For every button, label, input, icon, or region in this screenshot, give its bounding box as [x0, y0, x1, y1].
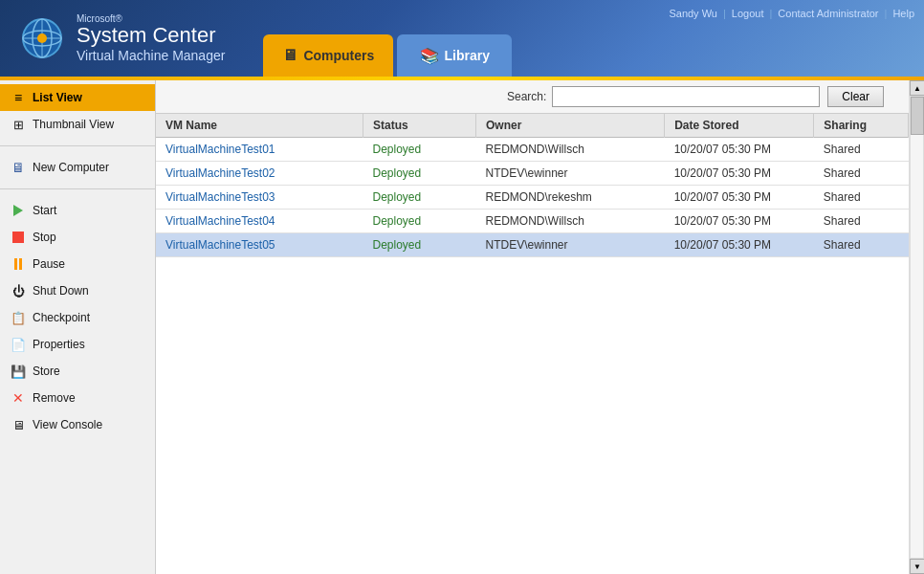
header: Microsoft® System Center Virtual Machine…	[0, 0, 924, 77]
header-title: Microsoft® System Center Virtual Machine…	[77, 13, 225, 62]
status-cell: Deployed	[363, 186, 476, 210]
tab-computers[interactable]: 🖥 Computers	[263, 34, 393, 77]
stop-icon	[10, 229, 27, 246]
computers-tab-icon: 🖥	[282, 47, 297, 64]
status-cell: Deployed	[363, 162, 476, 186]
start-label: Start	[33, 204, 56, 217]
thumbnail-view-label: Thumbnail View	[33, 118, 114, 131]
col-header-date-stored: Date Stored	[665, 114, 814, 138]
store-label: Store	[33, 364, 60, 378]
sidebar-item-pause[interactable]: Pause	[0, 251, 155, 277]
list-icon: ≡	[10, 89, 27, 106]
col-header-sharing: Sharing	[814, 114, 909, 138]
owner-cell: REDMOND\Willsch	[475, 138, 664, 162]
sidebar-section-actions: Start Stop Pause ⏻ Shut Down	[0, 193, 155, 442]
date-cell: 10/20/07 05:30 PM	[665, 162, 814, 186]
scroll-track[interactable]	[910, 96, 924, 559]
owner-cell: REDMOND\rekeshm	[475, 186, 664, 210]
col-header-owner: Owner	[475, 114, 664, 138]
contact-admin-link[interactable]: Contact Administrator	[778, 8, 878, 19]
sidebar-item-remove[interactable]: ✕ Remove	[0, 385, 155, 411]
search-bar: Search: Clear	[156, 80, 909, 114]
header-logo: Microsoft® System Center Virtual Machine…	[0, 13, 244, 62]
logo-icon	[19, 15, 65, 61]
col-header-status: Status	[363, 114, 476, 138]
sidebar-item-stop[interactable]: Stop	[0, 224, 155, 251]
new-icon: 🖥	[10, 159, 27, 176]
vm-name-link[interactable]: VirtualMachineTest03	[165, 190, 275, 204]
scrollbar-right[interactable]: ▲ ▼	[909, 80, 924, 574]
header-actions: Sandy Wu | Logout | Contact Administrato…	[669, 8, 914, 19]
stop-label: Stop	[33, 231, 56, 244]
sharing-cell: Shared	[814, 138, 909, 162]
scroll-thumb[interactable]	[911, 97, 924, 135]
sharing-cell: Shared	[814, 233, 909, 257]
table-header-row: VM Name Status Owner Date Stored Sharing	[156, 114, 909, 138]
list-view-label: List View	[33, 91, 82, 104]
user-name: Sandy Wu	[669, 8, 717, 19]
library-tab-label: Library	[445, 48, 490, 63]
table-row[interactable]: VirtualMachineTest02DeployedNTDEV\ewinne…	[156, 162, 909, 186]
shut-down-label: Shut Down	[33, 284, 89, 298]
view-console-label: View Console	[33, 418, 102, 431]
sidebar-item-checkpoint[interactable]: 📋 Checkpoint	[0, 304, 155, 331]
sidebar-item-list-view[interactable]: ≡ List View	[0, 84, 155, 111]
vm-name-link[interactable]: VirtualMachineTest01	[165, 143, 275, 156]
pause-label: Pause	[33, 257, 65, 271]
library-tab-icon: 📚	[420, 47, 439, 65]
properties-label: Properties	[33, 338, 85, 351]
shutdown-icon: ⏻	[10, 282, 27, 299]
sidebar-item-shut-down[interactable]: ⏻ Shut Down	[0, 277, 155, 304]
sidebar-item-store[interactable]: 💾 Store	[0, 358, 155, 385]
sharing-cell: Shared	[814, 186, 909, 210]
vm-name-link[interactable]: VirtualMachineTest05	[165, 238, 275, 252]
status-cell: Deployed	[363, 233, 476, 257]
table-row[interactable]: VirtualMachineTest04DeployedREDMOND\Will…	[156, 210, 909, 233]
sidebar-divider-1	[0, 145, 155, 146]
sidebar-item-start[interactable]: Start	[0, 197, 155, 224]
search-label: Search:	[507, 90, 546, 103]
table-container[interactable]: VM Name Status Owner Date Stored Sharing…	[156, 114, 909, 574]
status-cell: Deployed	[363, 138, 476, 162]
sidebar-item-thumbnail-view[interactable]: ⊞ Thumbnail View	[0, 111, 155, 138]
computers-tab-label: Computers	[303, 48, 374, 63]
vm-table-body: VirtualMachineTest01DeployedREDMOND\Will…	[156, 138, 909, 257]
sidebar-item-properties[interactable]: 📄 Properties	[0, 331, 155, 358]
table-row[interactable]: VirtualMachineTest05DeployedNTDEV\ewinne…	[156, 233, 909, 257]
console-icon: 🖥	[10, 416, 27, 433]
date-cell: 10/20/07 05:30 PM	[665, 233, 814, 257]
owner-cell: NTDEV\ewinner	[475, 233, 664, 257]
system-center-title: System Center	[77, 24, 225, 47]
svg-point-5	[37, 33, 47, 43]
owner-cell: REDMOND\Willsch	[475, 210, 664, 233]
nav-tabs: 🖥 Computers 📚 Library	[263, 0, 516, 77]
sidebar-item-view-console[interactable]: 🖥 View Console	[0, 411, 155, 438]
checkpoint-icon: 📋	[10, 309, 27, 326]
sharing-cell: Shared	[814, 210, 909, 233]
help-link[interactable]: Help	[892, 8, 914, 19]
store-icon: 💾	[10, 363, 27, 380]
col-header-vm-name: VM Name	[156, 114, 363, 138]
sidebar-divider-2	[0, 188, 155, 189]
scroll-up-button[interactable]: ▲	[910, 80, 924, 96]
vmm-title: Virtual Machine Manager	[77, 48, 225, 63]
table-row[interactable]: VirtualMachineTest03DeployedREDMOND\reke…	[156, 186, 909, 210]
date-cell: 10/20/07 05:30 PM	[665, 210, 814, 233]
scroll-down-button[interactable]: ▼	[910, 559, 924, 574]
tab-library[interactable]: 📚 Library	[397, 34, 512, 77]
clear-button[interactable]: Clear	[827, 86, 884, 107]
date-cell: 10/20/07 05:30 PM	[665, 138, 814, 162]
new-computer-label: New Computer	[33, 161, 109, 174]
vm-name-link[interactable]: VirtualMachineTest02	[165, 166, 275, 180]
thumbnail-icon: ⊞	[10, 116, 27, 133]
sidebar-item-new-computer[interactable]: 🖥 New Computer	[0, 154, 155, 181]
vm-table: VM Name Status Owner Date Stored Sharing…	[156, 114, 909, 257]
content-area: Search: Clear VM Name Status Owner Date …	[156, 80, 909, 574]
logout-link[interactable]: Logout	[732, 8, 764, 19]
remove-icon: ✕	[10, 389, 27, 407]
table-row[interactable]: VirtualMachineTest01DeployedREDMOND\Will…	[156, 138, 909, 162]
owner-cell: NTDEV\ewinner	[475, 162, 664, 186]
search-input[interactable]	[552, 86, 820, 107]
vm-name-link[interactable]: VirtualMachineTest04	[165, 214, 275, 228]
checkpoint-label: Checkpoint	[33, 311, 90, 324]
